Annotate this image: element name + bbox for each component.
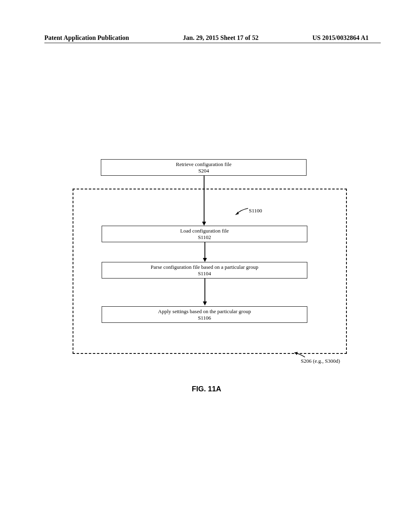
box-s204: Retrieve configuration file S204 xyxy=(101,159,307,176)
box-s1104: Parse configuration file based on a part… xyxy=(102,262,307,278)
annotation-s206: S206 (e.g., S300d) xyxy=(301,358,340,364)
box-s1104-code: S1104 xyxy=(102,270,307,277)
header-divider xyxy=(44,43,381,43)
arrowhead-s1104-to-s1106 xyxy=(203,301,207,305)
callout-arrow-s206 xyxy=(294,352,306,358)
box-s1102-title: Load configuration file xyxy=(102,228,307,234)
page-header: Patent Application Publication Jan. 29, … xyxy=(0,34,413,42)
header-center: Jan. 29, 2015 Sheet 17 of 52 xyxy=(183,34,259,42)
box-s1102-code: S1102 xyxy=(102,234,307,241)
box-s1106: Apply settings based on the particular g… xyxy=(102,306,307,323)
arrow-s1104-to-s1106 xyxy=(204,278,205,301)
box-s1102: Load configuration file S1102 xyxy=(102,226,307,242)
header-right: US 2015/0032864 A1 xyxy=(312,34,369,42)
svg-marker-1 xyxy=(294,352,298,355)
box-s1106-code: S1106 xyxy=(102,315,307,321)
header-left: Patent Application Publication xyxy=(44,34,129,42)
arrowhead-s1102-to-s1104 xyxy=(203,258,207,262)
annotation-s1100: S1100 xyxy=(249,208,262,214)
callout-arrow-s1100 xyxy=(235,208,249,216)
box-s204-code: S204 xyxy=(101,168,306,174)
box-s1104-title: Parse configuration file based on a part… xyxy=(102,264,307,270)
arrow-s1102-to-s1104 xyxy=(204,242,205,258)
svg-marker-0 xyxy=(236,212,239,215)
box-s204-title: Retrieve configuration file xyxy=(101,161,306,168)
box-s1106-title: Apply settings based on the particular g… xyxy=(102,308,307,315)
flowchart-diagram: Retrieve configuration file S204 S1100 L… xyxy=(73,159,347,354)
dashed-group-box: S1100 Load configuration file S1102 Pars… xyxy=(73,189,347,354)
figure-label: FIG. 11A xyxy=(0,385,413,393)
